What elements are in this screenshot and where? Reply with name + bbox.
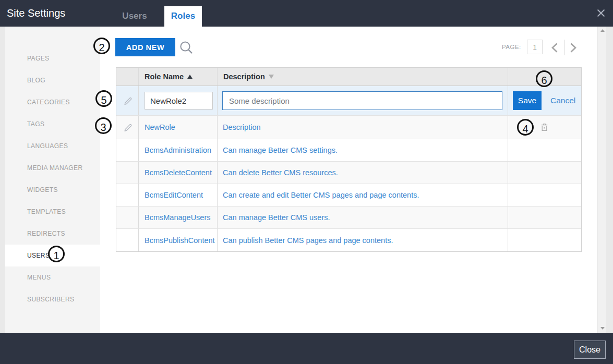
role-description-input[interactable] xyxy=(222,91,502,110)
role-name-input[interactable] xyxy=(145,92,213,110)
table-row: BcmsDeleteContent Can delete Better CMS … xyxy=(116,162,581,184)
table-row: BcmsEditContent Can create and edit Bett… xyxy=(116,184,581,207)
tab-users[interactable]: Users xyxy=(116,6,153,27)
sidebar-item-blog[interactable]: BLOG xyxy=(5,69,100,91)
next-page-icon[interactable] xyxy=(570,43,576,53)
edit-row-icon-cell xyxy=(116,86,139,115)
role-name-link[interactable]: BcmsManageUsers xyxy=(139,213,211,222)
save-button[interactable]: Save xyxy=(513,91,542,110)
header-cell-role-name[interactable]: Role Name xyxy=(139,68,218,86)
role-edit-row: Save Cancel xyxy=(116,86,581,116)
edit-row-actions-cell: Save Cancel xyxy=(508,86,581,115)
callout-5: 5 xyxy=(95,90,112,107)
table-row: BcmsManageUsers Can manage Better CMS us… xyxy=(116,207,581,229)
pager-divider xyxy=(564,40,565,55)
sidebar-item-templates[interactable]: TEMPLATES xyxy=(5,201,100,223)
sidebar: PAGES BLOG CATEGORIES TAGS LANGUAGES MED… xyxy=(5,27,100,333)
callout-3: 3 xyxy=(95,117,112,134)
description-header-label: Description xyxy=(218,72,265,81)
sidebar-item-subscribers[interactable]: SUBSCRIBERS xyxy=(5,288,100,310)
edit-pencil-icon[interactable] xyxy=(123,123,133,132)
vertical-scrollbar[interactable] xyxy=(597,27,606,333)
add-new-button[interactable]: ADD NEW xyxy=(115,38,175,56)
sidebar-item-tags[interactable]: TAGS xyxy=(5,113,100,135)
roles-table: Role Name Description xyxy=(116,67,582,252)
role-name-link[interactable]: BcmsPublishContent xyxy=(139,236,215,245)
scroll-up-icon[interactable] xyxy=(600,29,605,32)
main-content: ADD NEW PAGE: Role Name Description xyxy=(100,27,597,333)
callout-6: 6 xyxy=(536,70,552,87)
callout-4: 4 xyxy=(517,119,534,136)
role-description-link[interactable]: Description xyxy=(218,123,261,131)
role-name-link[interactable]: BcmsAdministration xyxy=(139,146,211,154)
sidebar-item-pages[interactable]: PAGES xyxy=(5,47,100,69)
sort-ascending-icon xyxy=(187,75,193,79)
role-name-link[interactable]: BcmsEditContent xyxy=(139,191,203,199)
callout-1: 1 xyxy=(48,246,65,262)
close-button[interactable]: Close xyxy=(574,341,606,359)
edit-row-name-cell xyxy=(139,86,218,115)
role-description-link[interactable]: Can publish Better CMS pages and page co… xyxy=(218,236,393,245)
table-header-row: Role Name Description xyxy=(116,68,581,86)
page-label: PAGE: xyxy=(502,40,521,54)
delete-trash-icon[interactable] xyxy=(541,124,548,131)
edit-pencil-icon[interactable] xyxy=(123,96,133,105)
sidebar-item-languages[interactable]: LANGUAGES xyxy=(5,135,100,157)
previous-page-icon[interactable] xyxy=(551,43,558,53)
table-row: BcmsPublishContent Can publish Better CM… xyxy=(116,229,581,251)
dialog-footer: Close xyxy=(0,333,613,364)
role-description-link[interactable]: Can manage Better CMS users. xyxy=(218,213,330,222)
role-name-header-label: Role Name xyxy=(139,72,184,81)
sidebar-item-media-manager[interactable]: MEDIA MANAGER xyxy=(5,157,100,179)
sidebar-item-redirects[interactable]: REDIRECTS xyxy=(5,223,100,245)
sidebar-item-widgets[interactable]: WIDGETS xyxy=(5,179,100,201)
role-description-link[interactable]: Can manage Better CMS settings. xyxy=(218,146,338,154)
cancel-link[interactable]: Cancel xyxy=(550,96,575,105)
sidebar-item-menus[interactable]: MENUS xyxy=(5,266,100,288)
role-description-link[interactable]: Can create and edit Better CMS pages and… xyxy=(218,191,419,199)
search-icon[interactable] xyxy=(180,41,194,55)
role-name-link[interactable]: NewRole xyxy=(139,123,175,131)
sidebar-item-categories[interactable]: CATEGORIES xyxy=(5,91,100,113)
dialog-title: Site Settings xyxy=(7,0,65,27)
page-number-input[interactable] xyxy=(527,40,543,54)
header-cell-description[interactable]: Description xyxy=(218,68,508,86)
edit-row-description-cell xyxy=(218,86,508,115)
tab-roles[interactable]: Roles xyxy=(164,6,202,27)
dialog-header: Site Settings Users Roles xyxy=(0,0,613,27)
table-row-newrole: NewRole Description xyxy=(116,116,581,139)
site-settings-dialog: Site Settings Users Roles PAGES BLOG CAT… xyxy=(0,0,613,364)
sort-descending-icon xyxy=(269,75,274,79)
header-cell-icons xyxy=(116,68,139,86)
close-icon[interactable] xyxy=(596,8,606,18)
table-row: BcmsAdministration Can manage Better CMS… xyxy=(116,139,581,162)
scroll-down-icon[interactable] xyxy=(600,327,605,330)
role-description-link[interactable]: Can delete Better CMS resources. xyxy=(218,168,338,177)
role-name-link[interactable]: BcmsDeleteContent xyxy=(139,168,212,177)
callout-2: 2 xyxy=(93,38,110,54)
row-icon-cell xyxy=(116,116,139,139)
